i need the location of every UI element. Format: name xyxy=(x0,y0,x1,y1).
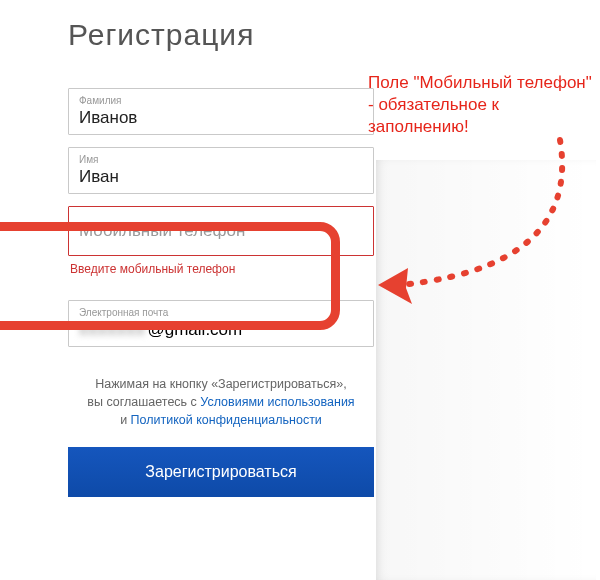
phone-error: Введите мобильный телефон xyxy=(70,262,374,276)
name-input[interactable] xyxy=(79,167,363,187)
email-suffix: @gmail.com xyxy=(148,320,243,340)
page-title: Регистрация xyxy=(68,18,600,52)
phone-field[interactable] xyxy=(68,206,374,256)
email-value: xxxxxxx @gmail.com xyxy=(79,320,363,340)
name-label: Имя xyxy=(79,154,363,165)
name-field[interactable]: Имя xyxy=(68,147,374,194)
submit-button[interactable]: Зарегистрироваться xyxy=(68,447,374,497)
annotation-text: Поле "Мобильный телефон" - обязательное … xyxy=(368,72,598,138)
terms-text: Нажимая на кнопку «Зарегистрироваться», … xyxy=(71,375,371,429)
registration-form: Фамилия Имя Введите мобильный телефон Эл… xyxy=(68,88,374,497)
error-underline xyxy=(68,280,258,286)
email-redacted: xxxxxxx xyxy=(79,320,146,340)
email-label: Электронная почта xyxy=(79,307,363,318)
surname-label: Фамилия xyxy=(79,95,363,106)
phone-input[interactable] xyxy=(79,221,363,241)
tos-link[interactable]: Условиями использования xyxy=(200,395,354,409)
surname-field[interactable]: Фамилия xyxy=(68,88,374,135)
email-field[interactable]: Электронная почта xxxxxxx @gmail.com xyxy=(68,300,374,347)
surname-input[interactable] xyxy=(79,108,363,128)
privacy-link[interactable]: Политикой конфиденциальности xyxy=(131,413,322,427)
